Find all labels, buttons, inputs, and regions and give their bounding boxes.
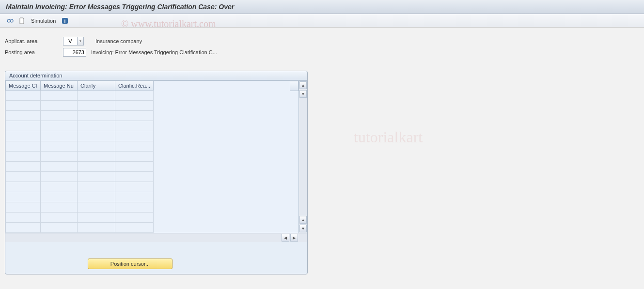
table-cell[interactable] bbox=[6, 131, 41, 141]
svg-text:i: i bbox=[64, 18, 66, 24]
glasses-icon[interactable] bbox=[6, 16, 15, 25]
table-cell[interactable] bbox=[6, 213, 41, 223]
table-cell[interactable] bbox=[78, 111, 115, 121]
table-row[interactable] bbox=[6, 182, 154, 192]
table-cell[interactable] bbox=[78, 172, 115, 182]
col-header-message-nu[interactable]: Message Nu bbox=[41, 81, 78, 91]
table-cell[interactable] bbox=[78, 202, 115, 213]
account-determination-panel: Account determination Message Cl Message… bbox=[5, 71, 308, 274]
table-cell[interactable] bbox=[41, 172, 78, 182]
table-cell[interactable] bbox=[78, 101, 115, 111]
scroll-up2-icon[interactable]: ▲ bbox=[299, 216, 307, 224]
horizontal-scrollbar[interactable]: ◀ ▶ bbox=[5, 233, 307, 242]
grid-spacer bbox=[154, 80, 298, 233]
table-cell[interactable] bbox=[78, 141, 115, 152]
table-cell[interactable] bbox=[6, 182, 41, 192]
table-cell[interactable] bbox=[41, 202, 78, 213]
table-cell[interactable] bbox=[6, 223, 41, 233]
col-header-clarific-rea[interactable]: Clarific.Rea... bbox=[115, 81, 154, 91]
table-row[interactable] bbox=[6, 131, 154, 141]
applicat-area-input[interactable] bbox=[63, 37, 78, 46]
table-cell[interactable] bbox=[6, 111, 41, 121]
table-cell[interactable] bbox=[78, 121, 115, 131]
table-cell[interactable] bbox=[115, 131, 154, 141]
table-cell[interactable] bbox=[115, 213, 154, 223]
table-cell[interactable] bbox=[41, 182, 78, 192]
table-cell[interactable] bbox=[6, 141, 41, 152]
table-cell[interactable] bbox=[41, 141, 78, 152]
table-cell[interactable] bbox=[115, 111, 154, 121]
table-row[interactable] bbox=[6, 101, 154, 111]
table-cell[interactable] bbox=[6, 121, 41, 131]
vertical-scrollbar[interactable]: ▲ ▼ ▲ ▼ bbox=[298, 80, 307, 233]
scroll-down-icon[interactable]: ▼ bbox=[299, 90, 307, 98]
table-row[interactable] bbox=[6, 213, 154, 223]
table-cell[interactable] bbox=[115, 182, 154, 192]
panel-title: Account determination bbox=[5, 71, 307, 80]
applicat-area-dropdown-icon[interactable]: ▾ bbox=[77, 37, 84, 46]
content-area: Applicat. area ▾ Insurance company Posti… bbox=[0, 28, 644, 279]
table-row[interactable] bbox=[6, 223, 154, 233]
table-cell[interactable] bbox=[115, 172, 154, 182]
applicat-area-label: Applicat. area bbox=[5, 38, 63, 44]
scroll-right-icon[interactable]: ▶ bbox=[290, 234, 298, 242]
table-cell[interactable] bbox=[41, 223, 78, 233]
posting-area-input[interactable] bbox=[63, 48, 86, 57]
table-cell[interactable] bbox=[78, 162, 115, 172]
scroll-down2-icon[interactable]: ▼ bbox=[299, 225, 307, 232]
table-cell[interactable] bbox=[78, 223, 115, 233]
table-cell[interactable] bbox=[41, 162, 78, 172]
table-row[interactable] bbox=[6, 152, 154, 162]
table-row[interactable] bbox=[6, 121, 154, 131]
table-cell[interactable] bbox=[41, 91, 78, 101]
table-cell[interactable] bbox=[41, 101, 78, 111]
table-row[interactable] bbox=[6, 192, 154, 202]
table-cell[interactable] bbox=[41, 213, 78, 223]
table-cell[interactable] bbox=[78, 91, 115, 101]
table-cell[interactable] bbox=[6, 101, 41, 111]
table-row[interactable] bbox=[6, 141, 154, 152]
table-cell[interactable] bbox=[115, 121, 154, 131]
table-cell[interactable] bbox=[78, 182, 115, 192]
scroll-up-icon[interactable]: ▲ bbox=[299, 81, 307, 89]
table-cell[interactable] bbox=[115, 223, 154, 233]
table-row[interactable] bbox=[6, 162, 154, 172]
grid-table[interactable]: Message Cl Message Nu Clarify Clarific.R… bbox=[5, 80, 154, 233]
table-cell[interactable] bbox=[115, 152, 154, 162]
table-row[interactable] bbox=[6, 91, 154, 101]
grid-corner bbox=[290, 81, 298, 91]
table-cell[interactable] bbox=[6, 162, 41, 172]
position-cursor-button[interactable]: Position cursor... bbox=[88, 259, 173, 269]
table-cell[interactable] bbox=[78, 152, 115, 162]
table-row[interactable] bbox=[6, 172, 154, 182]
table-cell[interactable] bbox=[6, 172, 41, 182]
table-cell[interactable] bbox=[41, 131, 78, 141]
table-cell[interactable] bbox=[78, 213, 115, 223]
table-cell[interactable] bbox=[115, 192, 154, 202]
scroll-track[interactable] bbox=[299, 98, 307, 215]
col-header-message-cl[interactable]: Message Cl bbox=[6, 81, 41, 91]
table-cell[interactable] bbox=[6, 202, 41, 213]
table-cell[interactable] bbox=[41, 121, 78, 131]
table-row[interactable] bbox=[6, 202, 154, 213]
table-cell[interactable] bbox=[115, 101, 154, 111]
table-cell[interactable] bbox=[6, 152, 41, 162]
table-cell[interactable] bbox=[115, 91, 154, 101]
table-cell[interactable] bbox=[6, 91, 41, 101]
table-cell[interactable] bbox=[6, 192, 41, 202]
table-cell[interactable] bbox=[41, 152, 78, 162]
table-cell[interactable] bbox=[78, 192, 115, 202]
table-cell[interactable] bbox=[78, 131, 115, 141]
simulation-button[interactable]: Simulation bbox=[31, 18, 56, 24]
new-page-icon[interactable] bbox=[17, 16, 26, 25]
scroll-left-icon[interactable]: ◀ bbox=[282, 234, 289, 242]
table-cell[interactable] bbox=[41, 111, 78, 121]
applicat-area-desc: Insurance company bbox=[95, 38, 142, 44]
table-row[interactable] bbox=[6, 111, 154, 121]
table-cell[interactable] bbox=[115, 141, 154, 152]
col-header-clarify[interactable]: Clarify bbox=[78, 81, 115, 91]
table-cell[interactable] bbox=[115, 162, 154, 172]
table-cell[interactable] bbox=[115, 202, 154, 213]
info-icon[interactable]: i bbox=[61, 16, 69, 25]
table-cell[interactable] bbox=[41, 192, 78, 202]
